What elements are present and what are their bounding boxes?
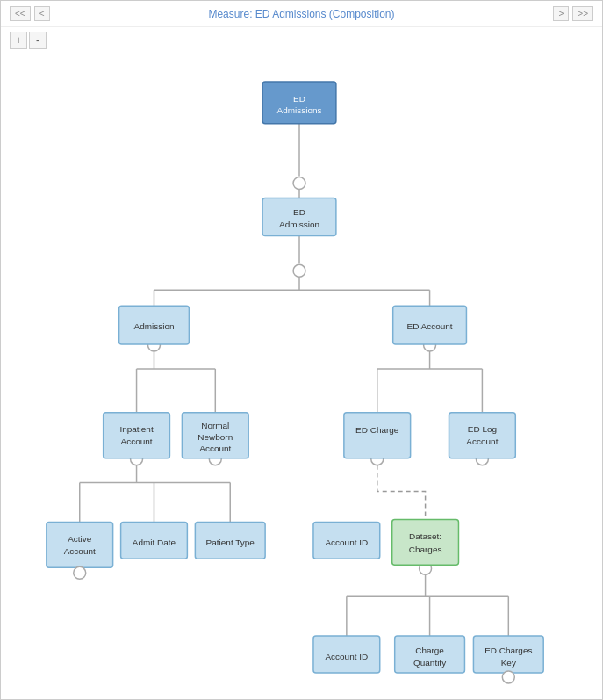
nav-next-button[interactable]: >: [553, 6, 569, 21]
svg-text:Quantity: Quantity: [413, 658, 446, 668]
svg-text:Admissions: Admissions: [277, 105, 322, 115]
main-container: << < Measure: ED Admissions (Composition…: [0, 0, 603, 700]
ed-charge-node[interactable]: [344, 413, 411, 458]
svg-text:Charges: Charges: [409, 545, 442, 554]
svg-text:Normal: Normal: [201, 421, 229, 430]
svg-point-50: [74, 566, 86, 579]
svg-text:Patient Type: Patient Type: [206, 538, 255, 547]
svg-text:Account ID: Account ID: [325, 652, 368, 661]
svg-text:ED Account: ED Account: [407, 321, 453, 331]
ed-log-account-node[interactable]: [449, 413, 516, 458]
svg-text:ED Charges: ED Charges: [485, 646, 532, 655]
nav-prev-buttons: << <: [10, 6, 50, 21]
svg-text:Key: Key: [501, 658, 516, 668]
svg-point-4: [293, 264, 305, 277]
svg-text:ED: ED: [293, 207, 305, 217]
svg-text:Account: Account: [64, 546, 96, 556]
inpatient-account-node[interactable]: [104, 413, 170, 458]
svg-text:Admission: Admission: [133, 321, 174, 331]
svg-text:Account: Account: [199, 444, 231, 453]
svg-point-1: [293, 177, 305, 190]
svg-text:Active: Active: [68, 534, 92, 544]
svg-text:Account: Account: [121, 437, 153, 446]
svg-text:Dataset:: Dataset:: [409, 531, 441, 541]
diagram-area: ED Admissions ED Admission Admission ED …: [1, 27, 602, 699]
nav-prev-prev-button[interactable]: <<: [10, 6, 31, 21]
svg-text:Admit Date: Admit Date: [133, 538, 176, 547]
svg-point-61: [502, 671, 514, 683]
svg-text:ED Charge: ED Charge: [355, 425, 399, 435]
svg-text:Charge: Charge: [415, 646, 444, 655]
nav-next-next-button[interactable]: >>: [572, 6, 593, 21]
diagram-svg: ED Admissions ED Admission Admission ED …: [1, 27, 602, 699]
header: << < Measure: ED Admissions (Composition…: [1, 1, 602, 27]
svg-text:ED Log: ED Log: [468, 424, 497, 434]
nav-prev-button[interactable]: <: [34, 6, 50, 21]
svg-text:Account ID: Account ID: [325, 538, 368, 547]
svg-text:Newborn: Newborn: [197, 432, 233, 442]
svg-text:Account: Account: [466, 437, 498, 446]
nav-next-buttons: > >>: [553, 6, 593, 21]
svg-text:ED: ED: [293, 94, 305, 104]
active-account-node[interactable]: [47, 522, 113, 567]
dataset-charges-node[interactable]: [392, 519, 459, 565]
diagram-title: Measure: ED Admissions (Composition): [50, 8, 554, 20]
svg-text:Admission: Admission: [279, 220, 319, 229]
svg-text:Inpatient: Inpatient: [119, 424, 153, 434]
